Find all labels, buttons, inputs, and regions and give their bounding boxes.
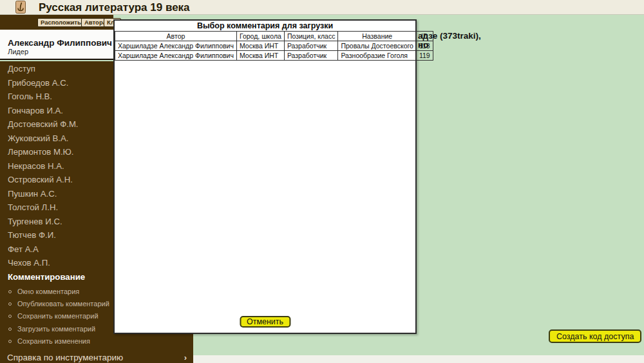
cell-title: Провалы Достоевского [338,41,417,51]
table-header-row: Автор Город, школа Позиция, класс Назван… [115,32,433,41]
bullet-icon [8,340,12,343]
cancel-button[interactable]: Отменить [240,316,290,328]
comment-picker-dialog: Выбор комментария для загрузки Автор Гор… [113,19,417,334]
submenu-label: Сохранить комментарий [17,312,99,320]
fragment-line-2: но [418,41,637,50]
toolbar: Расположить по Авторам Кла [0,15,113,30]
create-access-code-button[interactable]: Создать код доступа [549,329,641,343]
cell-author: Харшиладзе Александр Филиппович [115,51,237,61]
fragment-line-1: адзе (373traki), [418,32,637,41]
submenu-save-changes[interactable]: Сохранить изменения [0,335,193,348]
dialog-title: Выбор комментария для загрузки [115,21,415,30]
cell-id: 118 [416,41,433,51]
bullet-icon [8,302,12,306]
col-position-class: Позиция, класс [284,32,338,41]
submenu-label: Загрузить комментарий [17,325,95,333]
cell-position: Разработчик [284,51,338,61]
content-text-fragment: адзе (373traki), но [418,32,637,50]
user-role: Лидер [8,48,28,55]
cell-id: 119 [416,51,433,61]
sidebar-item-toolkit-help[interactable]: Справка по инструментарию › [0,351,193,363]
cell-position: Разработчик [284,41,338,51]
quill-logo-icon [15,1,26,14]
cell-author: Харшиладзе Александр Филиппович [115,41,237,51]
table-row[interactable]: Харшиладзе Александр Филиппович Москва И… [115,41,433,51]
chevron-right-icon: › [184,351,187,363]
bullet-icon [8,328,12,331]
table-row[interactable]: Харшиладзе Александр Филиппович Москва И… [115,51,433,61]
comments-table: Автор Город, школа Позиция, класс Назван… [115,31,433,61]
page-title: Русская литература 19 века [39,1,190,14]
col-author: Автор [115,32,237,41]
col-title: Название [338,32,417,41]
submenu-label: Опубликовать комментарий [17,300,109,308]
cell-city-school: Москва ИНТ [236,41,284,51]
submenu-label: Сохранить изменения [17,337,90,345]
help-label: Справка по инструментарию [7,353,123,362]
cell-title: Разнообразие Гоголя [338,51,417,61]
col-city-school: Город, школа [236,32,284,41]
bullet-icon [8,290,12,293]
cell-city-school: Москва ИНТ [236,51,284,61]
bullet-icon [8,315,12,318]
bottom-strip [193,355,644,363]
app-header: Русская литература 19 века [0,0,644,15]
submenu-label: Окно комментария [17,288,79,295]
col-id: ID [416,32,433,41]
